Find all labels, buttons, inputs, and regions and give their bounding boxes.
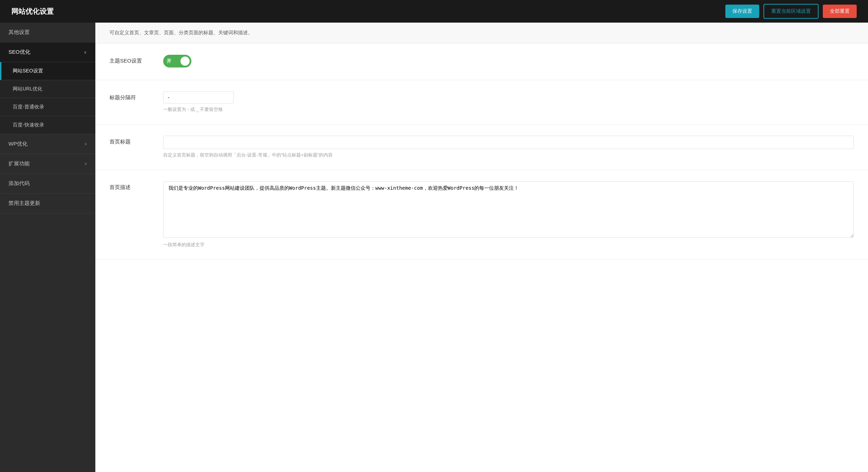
home-description-section: 首页描述 我们是专业的WordPress网站建设团队，提供高品质的WordPre…: [95, 170, 868, 260]
home-title-label: 首页标题: [109, 136, 152, 145]
toggle-knob: [180, 57, 190, 66]
info-text: 可自定义首页、文章页、页面、分类页面的标题、关键词和描述。: [109, 30, 253, 35]
sidebar-item-website-url-label: 网站URL优化: [13, 86, 42, 92]
sidebar-item-seo-optimization[interactable]: SEO优化 ∨: [0, 42, 95, 62]
sidebar-item-other-settings-label: 其他设置: [8, 29, 30, 36]
sidebar-item-extensions-label: 扩展功能: [8, 160, 30, 167]
sidebar-item-wp-label: WP优化: [8, 141, 28, 147]
reset-area-button[interactable]: 重置当前区域设置: [763, 4, 819, 19]
sidebar-item-website-url[interactable]: 网站URL优化: [0, 80, 95, 98]
sidebar-item-extensions[interactable]: 扩展功能 >: [0, 154, 95, 174]
chevron-right-icon-2: >: [84, 161, 87, 166]
title-separator-section: 标题分隔符 一般设置为 - 或 _ 不要留空格: [95, 80, 868, 124]
theme-seo-label: 主题SEO设置: [109, 55, 152, 64]
home-description-label: 首页描述: [109, 181, 152, 191]
chevron-down-icon: ∨: [84, 50, 87, 55]
sidebar-item-seo-label: SEO优化: [8, 49, 30, 55]
sidebar-item-baidu-normal[interactable]: 百度-普通收录: [0, 98, 95, 116]
sidebar-item-add-code[interactable]: 添加代码: [0, 174, 95, 194]
chevron-right-icon: >: [84, 142, 87, 147]
sidebar-item-website-seo[interactable]: 网站SEO设置: [0, 62, 95, 80]
home-description-hint: 一段简单的描述文字: [163, 242, 854, 248]
sidebar-item-baidu-normal-label: 百度-普通收录: [13, 104, 44, 110]
home-description-row: 首页描述 我们是专业的WordPress网站建设团队，提供高品质的WordPre…: [109, 181, 854, 248]
theme-seo-section: 主题SEO设置 开: [95, 43, 868, 80]
home-description-control: 我们是专业的WordPress网站建设团队，提供高品质的WordPress主题。…: [163, 181, 854, 248]
reset-all-button[interactable]: 全部重置: [823, 5, 857, 18]
save-button[interactable]: 保存设置: [725, 5, 759, 18]
sidebar-item-other-settings[interactable]: 其他设置: [0, 23, 95, 42]
title-separator-control: 一般设置为 - 或 _ 不要留空格: [163, 92, 854, 113]
toggle-on-label: 开: [167, 58, 171, 64]
sidebar-item-baidu-fast-label: 百度-快速收录: [13, 122, 44, 128]
title-separator-row: 标题分隔符 一般设置为 - 或 _ 不要留空格: [109, 92, 854, 113]
main-content: 可自定义首页、文章页、页面、分类页面的标题、关键词和描述。 主题SEO设置 开 …: [95, 23, 868, 472]
title-separator-hint: 一般设置为 - 或 _ 不要留空格: [163, 106, 854, 113]
home-title-row: 首页标题 自定义首页标题，留空则自动调用「后台-设置-常规」中的"站点标题+副标…: [109, 136, 854, 158]
sidebar-item-website-seo-label: 网站SEO设置: [13, 68, 43, 73]
home-title-input[interactable]: [163, 136, 854, 149]
info-bar: 可自定义首页、文章页、页面、分类页面的标题、关键词和描述。: [95, 23, 868, 43]
sidebar-item-add-code-label: 添加代码: [8, 180, 30, 187]
title-separator-label: 标题分隔符: [109, 92, 152, 101]
sidebar-item-wp-optimization[interactable]: WP优化 >: [0, 134, 95, 154]
home-title-control: 自定义首页标题，留空则自动调用「后台-设置-常规」中的"站点标题+副标题"的内容: [163, 136, 854, 158]
theme-seo-control: 开: [163, 55, 854, 69]
theme-seo-row: 主题SEO设置 开: [109, 55, 854, 69]
home-title-section: 首页标题 自定义首页标题，留空则自动调用「后台-设置-常规」中的"站点标题+副标…: [95, 124, 868, 170]
header-buttons: 保存设置 重置当前区域设置 全部重置: [725, 4, 857, 19]
sidebar-item-baidu-fast[interactable]: 百度-快速收录: [0, 116, 95, 134]
sidebar: 其他设置 SEO优化 ∨ 网站SEO设置 网站URL优化 百度-普通收录 百度-…: [0, 23, 95, 472]
main-layout: 其他设置 SEO优化 ∨ 网站SEO设置 网站URL优化 百度-普通收录 百度-…: [0, 23, 868, 472]
title-separator-input[interactable]: [163, 92, 234, 104]
header: 网站优化设置 保存设置 重置当前区域设置 全部重置: [0, 0, 868, 23]
theme-seo-toggle[interactable]: 开: [163, 55, 191, 67]
page-title: 网站优化设置: [11, 7, 54, 16]
home-title-hint: 自定义首页标题，留空则自动调用「后台-设置-常规」中的"站点标题+副标题"的内容: [163, 152, 854, 158]
sidebar-item-disable-updates-label: 禁用主题更新: [8, 200, 40, 207]
home-description-textarea[interactable]: 我们是专业的WordPress网站建设团队，提供高品质的WordPress主题。…: [163, 181, 854, 238]
sidebar-item-disable-updates[interactable]: 禁用主题更新: [0, 194, 95, 213]
